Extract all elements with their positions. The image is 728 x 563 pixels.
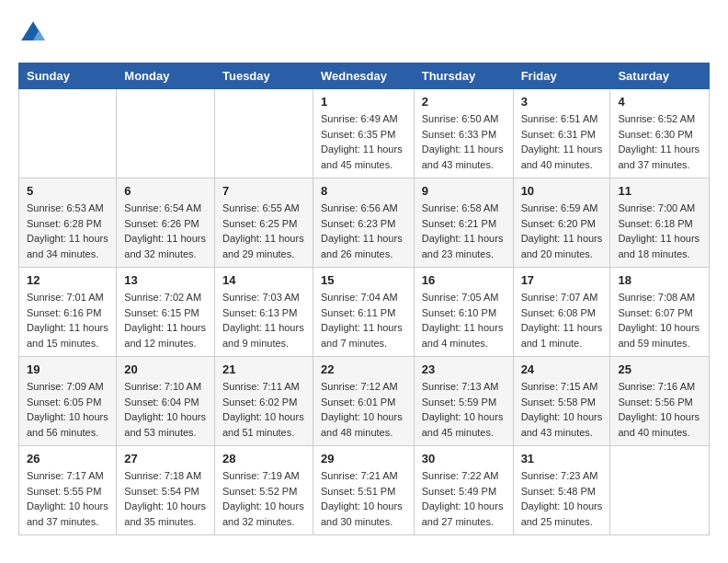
calendar-cell bbox=[610, 446, 710, 535]
calendar-cell: 5Sunrise: 6:53 AMSunset: 6:28 PMDaylight… bbox=[19, 178, 117, 268]
daylight-text: Daylight: 11 hours and 23 minutes. bbox=[422, 231, 506, 261]
weekday-header-row: SundayMondayTuesdayWednesdayThursdayFrid… bbox=[19, 63, 710, 89]
sunset-text: Sunset: 5:51 PM bbox=[321, 484, 406, 500]
sunset-text: Sunset: 6:04 PM bbox=[124, 395, 207, 410]
day-info: Sunrise: 7:02 AMSunset: 6:15 PMDaylight:… bbox=[124, 290, 207, 350]
calendar-cell: 17Sunrise: 7:07 AMSunset: 6:08 PMDayligh… bbox=[513, 268, 610, 357]
daylight-text: Daylight: 10 hours and 30 minutes. bbox=[321, 499, 406, 529]
daylight-text: Daylight: 11 hours and 4 minutes. bbox=[422, 320, 506, 350]
calendar-cell: 13Sunrise: 7:02 AMSunset: 6:15 PMDayligh… bbox=[117, 268, 215, 357]
sunrise-text: Sunrise: 7:18 AM bbox=[124, 468, 207, 484]
sunset-text: Sunset: 5:54 PM bbox=[124, 484, 207, 500]
day-info: Sunrise: 7:18 AMSunset: 5:54 PMDaylight:… bbox=[124, 468, 207, 529]
day-info: Sunrise: 6:58 AMSunset: 6:21 PMDaylight:… bbox=[422, 201, 506, 261]
sunset-text: Sunset: 6:16 PM bbox=[27, 305, 108, 321]
calendar-week-row: 5Sunrise: 6:53 AMSunset: 6:28 PMDaylight… bbox=[19, 178, 710, 268]
sunset-text: Sunset: 6:01 PM bbox=[321, 395, 406, 410]
calendar-cell: 9Sunrise: 6:58 AMSunset: 6:21 PMDaylight… bbox=[414, 178, 513, 268]
day-number: 23 bbox=[422, 362, 506, 376]
sunrise-text: Sunrise: 6:54 AM bbox=[124, 201, 207, 216]
daylight-text: Daylight: 11 hours and 1 minute. bbox=[521, 320, 603, 350]
calendar-cell: 19Sunrise: 7:09 AMSunset: 6:05 PMDayligh… bbox=[19, 357, 117, 446]
sunrise-text: Sunrise: 6:49 AM bbox=[321, 111, 406, 127]
day-number: 31 bbox=[521, 452, 603, 465]
day-info: Sunrise: 7:01 AMSunset: 6:16 PMDaylight:… bbox=[27, 290, 108, 350]
day-info: Sunrise: 7:23 AMSunset: 5:48 PMDaylight:… bbox=[521, 468, 603, 529]
sunrise-text: Sunrise: 7:03 AM bbox=[222, 290, 305, 305]
calendar-cell: 12Sunrise: 7:01 AMSunset: 6:16 PMDayligh… bbox=[19, 268, 117, 357]
sunrise-text: Sunrise: 7:09 AM bbox=[27, 379, 108, 395]
daylight-text: Daylight: 10 hours and 25 minutes. bbox=[521, 499, 603, 529]
daylight-text: Daylight: 10 hours and 37 minutes. bbox=[27, 499, 108, 529]
day-number: 27 bbox=[124, 452, 207, 465]
daylight-text: Daylight: 10 hours and 56 minutes. bbox=[27, 409, 108, 440]
day-number: 11 bbox=[618, 184, 701, 198]
day-number: 17 bbox=[521, 273, 603, 287]
sunset-text: Sunset: 6:10 PM bbox=[422, 305, 506, 321]
sunset-text: Sunset: 6:05 PM bbox=[27, 395, 108, 410]
logo-icon bbox=[18, 18, 48, 48]
sunrise-text: Sunrise: 7:07 AM bbox=[521, 290, 603, 305]
day-number: 5 bbox=[27, 184, 108, 198]
day-number: 22 bbox=[321, 362, 406, 376]
calendar-cell: 18Sunrise: 7:08 AMSunset: 6:07 PMDayligh… bbox=[610, 268, 710, 357]
sunrise-text: Sunrise: 6:55 AM bbox=[222, 201, 305, 216]
sunset-text: Sunset: 6:13 PM bbox=[222, 305, 305, 321]
calendar-cell: 31Sunrise: 7:23 AMSunset: 5:48 PMDayligh… bbox=[513, 446, 610, 535]
calendar-week-row: 1Sunrise: 6:49 AMSunset: 6:35 PMDaylight… bbox=[19, 89, 710, 178]
daylight-text: Daylight: 11 hours and 18 minutes. bbox=[618, 231, 701, 261]
calendar-cell: 7Sunrise: 6:55 AMSunset: 6:25 PMDaylight… bbox=[214, 178, 313, 268]
sunrise-text: Sunrise: 7:02 AM bbox=[124, 290, 207, 305]
day-number: 7 bbox=[222, 184, 305, 198]
sunrise-text: Sunrise: 7:10 AM bbox=[124, 379, 207, 395]
sunset-text: Sunset: 5:56 PM bbox=[618, 395, 701, 410]
sunrise-text: Sunrise: 6:50 AM bbox=[422, 111, 506, 127]
day-info: Sunrise: 7:04 AMSunset: 6:11 PMDaylight:… bbox=[321, 290, 406, 350]
day-info: Sunrise: 6:49 AMSunset: 6:35 PMDaylight:… bbox=[321, 111, 406, 172]
sunset-text: Sunset: 6:35 PM bbox=[321, 127, 406, 143]
day-info: Sunrise: 7:12 AMSunset: 6:01 PMDaylight:… bbox=[321, 379, 406, 440]
day-number: 13 bbox=[124, 273, 207, 287]
sunset-text: Sunset: 5:48 PM bbox=[521, 484, 603, 500]
day-number: 16 bbox=[422, 273, 506, 287]
sunset-text: Sunset: 6:07 PM bbox=[618, 305, 701, 321]
daylight-text: Daylight: 11 hours and 20 minutes. bbox=[521, 231, 603, 261]
sunset-text: Sunset: 6:02 PM bbox=[222, 395, 305, 410]
sunrise-text: Sunrise: 7:11 AM bbox=[222, 379, 305, 395]
day-number: 15 bbox=[321, 273, 406, 287]
day-number: 30 bbox=[422, 452, 506, 465]
day-number: 26 bbox=[27, 452, 108, 465]
sunset-text: Sunset: 6:20 PM bbox=[521, 216, 603, 232]
day-info: Sunrise: 7:09 AMSunset: 6:05 PMDaylight:… bbox=[27, 379, 108, 440]
daylight-text: Daylight: 11 hours and 45 minutes. bbox=[321, 142, 406, 172]
day-info: Sunrise: 7:10 AMSunset: 6:04 PMDaylight:… bbox=[124, 379, 207, 440]
page-header bbox=[18, 18, 710, 48]
day-number: 3 bbox=[521, 95, 603, 109]
sunrise-text: Sunrise: 7:21 AM bbox=[321, 468, 406, 484]
sunset-text: Sunset: 6:11 PM bbox=[321, 305, 406, 321]
calendar-cell: 23Sunrise: 7:13 AMSunset: 5:59 PMDayligh… bbox=[414, 357, 513, 446]
sunrise-text: Sunrise: 6:52 AM bbox=[618, 111, 701, 127]
weekday-header-monday: Monday bbox=[117, 63, 215, 89]
sunset-text: Sunset: 6:15 PM bbox=[124, 305, 207, 321]
sunrise-text: Sunrise: 7:15 AM bbox=[521, 379, 603, 395]
daylight-text: Daylight: 10 hours and 53 minutes. bbox=[124, 409, 207, 440]
sunrise-text: Sunrise: 7:16 AM bbox=[618, 379, 701, 395]
day-number: 14 bbox=[222, 273, 305, 287]
daylight-text: Daylight: 11 hours and 40 minutes. bbox=[521, 142, 603, 172]
daylight-text: Daylight: 11 hours and 43 minutes. bbox=[422, 142, 506, 172]
sunrise-text: Sunrise: 6:58 AM bbox=[422, 201, 506, 216]
calendar-week-row: 19Sunrise: 7:09 AMSunset: 6:05 PMDayligh… bbox=[19, 357, 710, 446]
calendar-week-row: 12Sunrise: 7:01 AMSunset: 6:16 PMDayligh… bbox=[19, 268, 710, 357]
daylight-text: Daylight: 11 hours and 9 minutes. bbox=[222, 320, 305, 350]
daylight-text: Daylight: 11 hours and 29 minutes. bbox=[222, 231, 305, 261]
day-info: Sunrise: 6:59 AMSunset: 6:20 PMDaylight:… bbox=[521, 201, 603, 261]
sunset-text: Sunset: 6:33 PM bbox=[422, 127, 506, 143]
calendar-cell: 21Sunrise: 7:11 AMSunset: 6:02 PMDayligh… bbox=[214, 357, 313, 446]
sunset-text: Sunset: 5:49 PM bbox=[422, 484, 506, 500]
sunrise-text: Sunrise: 7:01 AM bbox=[27, 290, 108, 305]
day-number: 29 bbox=[321, 452, 406, 465]
day-number: 4 bbox=[618, 95, 701, 109]
day-info: Sunrise: 7:07 AMSunset: 6:08 PMDaylight:… bbox=[521, 290, 603, 350]
daylight-text: Daylight: 11 hours and 15 minutes. bbox=[27, 320, 108, 350]
